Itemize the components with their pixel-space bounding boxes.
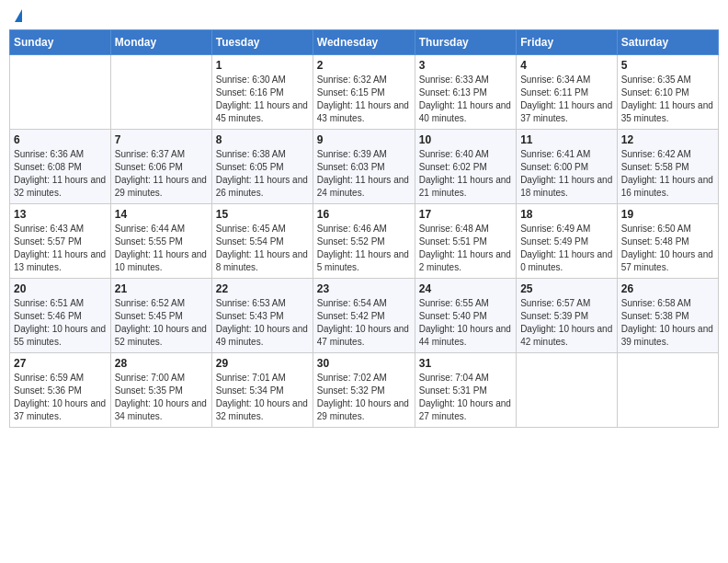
day-number: 10: [419, 133, 512, 146]
day-number: 29: [216, 357, 309, 370]
day-info: Sunrise: 6:55 AM Sunset: 5:40 PM Dayligh…: [419, 297, 512, 349]
calendar-cell: 31Sunrise: 7:04 AM Sunset: 5:31 PM Dayli…: [415, 353, 516, 428]
day-info: Sunrise: 6:48 AM Sunset: 5:51 PM Dayligh…: [419, 223, 512, 274]
day-number: 30: [317, 357, 411, 370]
calendar-cell: 19Sunrise: 6:50 AM Sunset: 5:48 PM Dayli…: [617, 204, 718, 279]
calendar-cell: 9Sunrise: 6:39 AM Sunset: 6:03 PM Daylig…: [313, 130, 415, 204]
day-number: 2: [317, 59, 411, 72]
calendar-cell: 24Sunrise: 6:55 AM Sunset: 5:40 PM Dayli…: [415, 279, 516, 353]
calendar-cell: 4Sunrise: 6:34 AM Sunset: 6:11 PM Daylig…: [517, 55, 618, 130]
calendar-cell: 20Sunrise: 6:51 AM Sunset: 5:46 PM Dayli…: [10, 279, 111, 353]
calendar-cell: [110, 55, 211, 130]
day-number: 5: [621, 59, 714, 72]
calendar-cell: 29Sunrise: 7:01 AM Sunset: 5:34 PM Dayli…: [211, 353, 313, 428]
day-info: Sunrise: 6:53 AM Sunset: 5:43 PM Dayligh…: [216, 297, 309, 349]
day-info: Sunrise: 6:34 AM Sunset: 6:11 PM Dayligh…: [520, 74, 613, 125]
day-number: 11: [520, 133, 613, 146]
day-number: 7: [115, 133, 208, 146]
calendar-cell: 5Sunrise: 6:35 AM Sunset: 6:10 PM Daylig…: [617, 55, 718, 130]
day-info: Sunrise: 6:49 AM Sunset: 5:49 PM Dayligh…: [520, 223, 613, 274]
day-info: Sunrise: 7:01 AM Sunset: 5:34 PM Dayligh…: [216, 372, 309, 423]
calendar-cell: 16Sunrise: 6:46 AM Sunset: 5:52 PM Dayli…: [313, 204, 415, 279]
day-info: Sunrise: 6:57 AM Sunset: 5:39 PM Dayligh…: [520, 297, 613, 349]
calendar-cell: 6Sunrise: 6:36 AM Sunset: 6:08 PM Daylig…: [10, 130, 111, 204]
weekday-header-tuesday: Tuesday: [211, 30, 313, 55]
day-info: Sunrise: 6:37 AM Sunset: 6:06 PM Dayligh…: [115, 148, 208, 200]
weekday-header-sunday: Sunday: [10, 30, 111, 55]
calendar-body: 1Sunrise: 6:30 AM Sunset: 6:16 PM Daylig…: [10, 55, 719, 428]
day-info: Sunrise: 6:46 AM Sunset: 5:52 PM Dayligh…: [317, 223, 411, 274]
day-number: 3: [419, 59, 512, 72]
calendar-week-row: 20Sunrise: 6:51 AM Sunset: 5:46 PM Dayli…: [10, 279, 719, 353]
calendar-cell: [617, 353, 718, 428]
day-number: 18: [520, 208, 613, 221]
day-info: Sunrise: 6:39 AM Sunset: 6:03 PM Dayligh…: [317, 148, 411, 200]
day-number: 8: [216, 133, 309, 146]
day-info: Sunrise: 7:04 AM Sunset: 5:31 PM Dayligh…: [419, 372, 512, 423]
calendar-week-row: 13Sunrise: 6:43 AM Sunset: 5:57 PM Dayli…: [10, 204, 719, 279]
calendar-cell: 30Sunrise: 7:02 AM Sunset: 5:32 PM Dayli…: [313, 353, 415, 428]
calendar-cell: 13Sunrise: 6:43 AM Sunset: 5:57 PM Dayli…: [10, 204, 111, 279]
day-number: 25: [520, 282, 613, 295]
day-number: 28: [115, 357, 208, 370]
calendar-cell: [517, 353, 618, 428]
day-info: Sunrise: 6:54 AM Sunset: 5:42 PM Dayligh…: [317, 297, 411, 349]
day-number: 15: [216, 208, 309, 221]
day-info: Sunrise: 6:51 AM Sunset: 5:46 PM Dayligh…: [14, 297, 107, 349]
calendar-cell: 2Sunrise: 6:32 AM Sunset: 6:15 PM Daylig…: [313, 55, 415, 130]
day-number: 19: [621, 208, 714, 221]
calendar-cell: 18Sunrise: 6:49 AM Sunset: 5:49 PM Dayli…: [517, 204, 618, 279]
day-number: 16: [317, 208, 411, 221]
day-info: Sunrise: 6:58 AM Sunset: 5:38 PM Dayligh…: [621, 297, 714, 349]
day-number: 17: [419, 208, 512, 221]
calendar-cell: 12Sunrise: 6:42 AM Sunset: 5:58 PM Dayli…: [617, 130, 718, 204]
day-number: 4: [520, 59, 613, 72]
weekday-header-thursday: Thursday: [415, 30, 516, 55]
calendar-table: SundayMondayTuesdayWednesdayThursdayFrid…: [9, 29, 719, 428]
calendar-week-row: 1Sunrise: 6:30 AM Sunset: 6:16 PM Daylig…: [10, 55, 719, 130]
weekday-header-monday: Monday: [110, 30, 211, 55]
day-number: 13: [14, 208, 107, 221]
day-number: 26: [621, 282, 714, 295]
day-info: Sunrise: 7:02 AM Sunset: 5:32 PM Dayligh…: [317, 372, 411, 423]
day-number: 24: [419, 282, 512, 295]
day-info: Sunrise: 6:50 AM Sunset: 5:48 PM Dayligh…: [621, 223, 714, 274]
calendar-cell: 23Sunrise: 6:54 AM Sunset: 5:42 PM Dayli…: [313, 279, 415, 353]
calendar-week-row: 27Sunrise: 6:59 AM Sunset: 5:36 PM Dayli…: [10, 353, 719, 428]
day-info: Sunrise: 6:41 AM Sunset: 6:00 PM Dayligh…: [520, 148, 613, 200]
day-info: Sunrise: 6:45 AM Sunset: 5:54 PM Dayligh…: [216, 223, 309, 274]
day-info: Sunrise: 6:36 AM Sunset: 6:08 PM Dayligh…: [14, 148, 107, 200]
day-number: 14: [115, 208, 208, 221]
calendar-cell: 28Sunrise: 7:00 AM Sunset: 5:35 PM Dayli…: [110, 353, 211, 428]
logo-icon: [15, 9, 22, 22]
day-info: Sunrise: 6:43 AM Sunset: 5:57 PM Dayligh…: [14, 223, 107, 274]
day-number: 20: [14, 282, 107, 295]
day-info: Sunrise: 6:32 AM Sunset: 6:15 PM Dayligh…: [317, 74, 411, 125]
day-number: 21: [115, 282, 208, 295]
calendar-cell: [10, 55, 111, 130]
logo: [13, 9, 22, 22]
day-number: 22: [216, 282, 309, 295]
calendar-header-row: SundayMondayTuesdayWednesdayThursdayFrid…: [10, 30, 719, 55]
day-info: Sunrise: 7:00 AM Sunset: 5:35 PM Dayligh…: [115, 372, 208, 423]
weekday-header-saturday: Saturday: [617, 30, 718, 55]
calendar-cell: 3Sunrise: 6:33 AM Sunset: 6:13 PM Daylig…: [415, 55, 516, 130]
day-number: 9: [317, 133, 411, 146]
day-info: Sunrise: 6:44 AM Sunset: 5:55 PM Dayligh…: [115, 223, 208, 274]
day-number: 27: [14, 357, 107, 370]
day-info: Sunrise: 6:30 AM Sunset: 6:16 PM Dayligh…: [216, 74, 309, 125]
day-number: 1: [216, 59, 309, 72]
calendar-cell: 15Sunrise: 6:45 AM Sunset: 5:54 PM Dayli…: [211, 204, 313, 279]
weekday-header-wednesday: Wednesday: [313, 30, 415, 55]
day-info: Sunrise: 6:59 AM Sunset: 5:36 PM Dayligh…: [14, 372, 107, 423]
day-number: 12: [621, 133, 714, 146]
weekday-header-friday: Friday: [517, 30, 618, 55]
calendar-cell: 22Sunrise: 6:53 AM Sunset: 5:43 PM Dayli…: [211, 279, 313, 353]
day-number: 6: [14, 133, 107, 146]
calendar-cell: 25Sunrise: 6:57 AM Sunset: 5:39 PM Dayli…: [517, 279, 618, 353]
calendar-cell: 26Sunrise: 6:58 AM Sunset: 5:38 PM Dayli…: [617, 279, 718, 353]
calendar-cell: 10Sunrise: 6:40 AM Sunset: 6:02 PM Dayli…: [415, 130, 516, 204]
day-info: Sunrise: 6:42 AM Sunset: 5:58 PM Dayligh…: [621, 148, 714, 200]
day-info: Sunrise: 6:33 AM Sunset: 6:13 PM Dayligh…: [419, 74, 512, 125]
day-info: Sunrise: 6:38 AM Sunset: 6:05 PM Dayligh…: [216, 148, 309, 200]
